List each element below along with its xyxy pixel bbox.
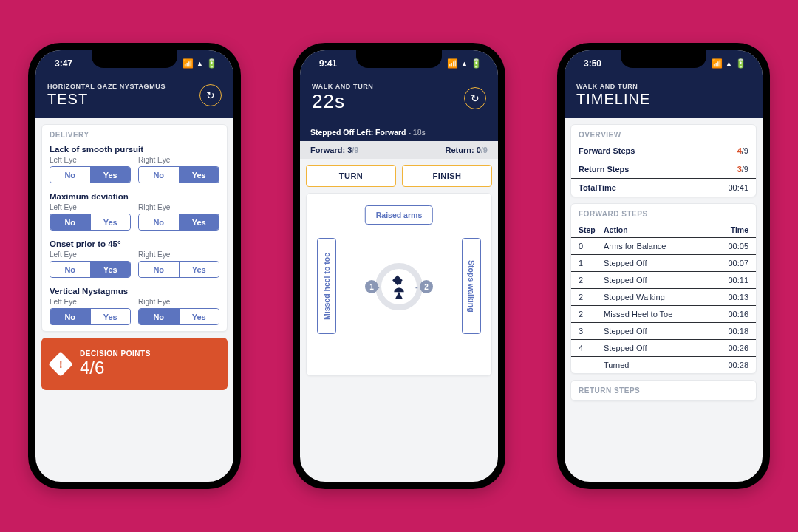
header-timer: 22s [312,90,373,113]
cell-step: 0 [579,242,604,250]
seg-no[interactable]: No [50,167,90,183]
seg-no[interactable]: No [139,214,179,230]
status-time: 3:50 [584,58,601,69]
seg-left-eye[interactable]: No Yes [50,308,131,325]
seg-no[interactable]: No [139,262,179,277]
seg-right-eye[interactable]: No Yes [138,166,219,183]
seg-no[interactable]: No [50,214,90,230]
total: /9 [742,165,748,174]
raised-arms-button[interactable]: Raised arms [365,205,433,225]
last-event-bar: Stepped Off Left: Forward - 18s [300,123,498,141]
forward-total: /9 [352,146,358,154]
wifi-icon: ▲ [197,60,203,67]
section-label-return-steps: RETURN STEPS [571,381,756,400]
battery-icon: 🔋 [206,58,217,69]
seg-no[interactable]: No [139,167,179,183]
seg-no[interactable]: No [139,309,179,324]
group-vertical-nystagmus: Vertical Nystagmus Left Eye No Yes Right… [42,284,227,331]
label: Return Steps [579,165,629,174]
wifi-icon: ▲ [461,60,468,67]
table-row: 3Stepped Off00:18 [571,323,756,340]
cell-action: Arms for Balance [604,242,715,250]
return-label: Return: [446,146,474,154]
cell-time: 00:26 [715,344,748,352]
phone-screen: 3:50 📶 ▲ 🔋 WALK AND TURN TIMELINE OVERVI… [565,50,763,482]
battery-icon: 🔋 [471,58,482,69]
seg-yes[interactable]: Yes [90,309,131,324]
seg-right-eye[interactable]: No Yes [138,261,219,278]
right-eye-label: Right Eye [138,203,219,211]
event-time: - 18s [408,128,425,137]
svg-point-0 [397,280,402,285]
label: Forward Steps [579,146,635,155]
status-time: 3:47 [55,58,72,69]
cell-action: Stepped Off [604,259,715,267]
battery-icon: 🔋 [735,58,746,69]
missed-heel-toe-button[interactable]: Missed heel to toe [317,238,336,334]
seg-yes[interactable]: Yes [90,167,131,183]
reset-button[interactable]: ↻ [464,87,486,109]
seg-left-eye[interactable]: No Yes [50,214,131,231]
decision-label: DECISION POINTS [80,349,151,358]
phone-walk-and-turn-test: 9:41 📶 ▲ 🔋 WALK AND TURN 22s ↻ Stepped O… [293,43,505,489]
signal-icon: 📶 [712,58,723,69]
cell-step: 1 [579,259,604,267]
group-title: Vertical Nystagmus [50,287,219,296]
table-row: 2Missed Heel to Toe00:16 [571,306,756,323]
cell-action: Stepped Off [604,327,715,335]
cell-step: 4 [579,344,604,352]
seg-yes[interactable]: Yes [179,167,219,183]
seg-yes[interactable]: Yes [179,214,219,230]
reset-button[interactable]: ↻ [200,84,222,106]
progress-bar: Forward: 3/9 Return: 0/9 [300,141,498,159]
cell-step: 2 [579,293,604,301]
group-max-deviation: Maximum deviation Left Eye No Yes Right … [42,189,227,236]
decision-points-card: ! DECISION POINTS 4/6 [41,338,228,390]
section-label-overview: OVERVIEW [571,125,756,142]
overview-row-time: TotalTime 00:41 [571,179,756,197]
content-area: DELIVERY Lack of smooth pursuit Left Eye… [35,118,233,482]
seg-yes[interactable]: Yes [179,309,219,324]
seg-left-eye[interactable]: No Yes [50,261,131,278]
return-total: /9 [481,146,488,154]
turn-button[interactable]: TURN [306,165,396,187]
signal-icon: 📶 [183,58,194,69]
section-label-delivery: DELIVERY [42,125,227,142]
label: TotalTime [579,183,616,192]
reset-icon: ↻ [471,92,480,104]
cell-step: 2 [579,276,604,284]
status-time: 9:41 [319,58,337,69]
seg-left-eye[interactable]: No Yes [50,166,131,183]
right-eye-label: Right Eye [138,298,219,306]
left-eye-label: Left Eye [50,250,131,259]
col-step: Step [579,225,604,234]
group-title: Lack of smooth pursuit [50,145,219,154]
finish-button[interactable]: FINISH [402,165,492,187]
overview-row-return: Return Steps 3/9 [571,160,756,179]
stops-walking-button[interactable]: Stops walking [462,238,481,334]
cell-time: 00:16 [715,310,748,318]
table-row: 2Stopped Walking00:13 [571,289,756,306]
seg-right-eye[interactable]: No Yes [138,308,219,325]
overview-card: OVERVIEW Forward Steps 4/9 Return Steps … [570,124,757,197]
figure-diagram: Raised arms Missed heel to toe Stops wal… [313,201,485,364]
forward-label: Forward: [310,146,345,154]
seg-right-eye[interactable]: No Yes [138,214,219,231]
section-label-forward-steps: FORWARD STEPS [571,204,756,221]
dash: - [415,282,418,291]
cell-time: 00:07 [715,259,748,267]
phone-screen: 3:47 📶 ▲ 🔋 HORIZONTAL GAZE NYSTAGMUS TES… [35,50,233,482]
right-eye-label: Right Eye [138,250,219,259]
cell-time: 00:18 [715,327,748,335]
seg-yes[interactable]: Yes [179,262,219,277]
app-header: WALK AND TURN 22s ↻ [300,77,498,123]
seg-no[interactable]: No [50,262,90,277]
seg-no[interactable]: No [50,309,90,324]
seg-yes[interactable]: Yes [90,262,131,277]
delivery-card: DELIVERY Lack of smooth pursuit Left Eye… [41,124,228,332]
seg-yes[interactable]: Yes [90,214,131,230]
left-eye-label: Left Eye [50,156,131,164]
step-chip-2[interactable]: 2 [420,280,433,293]
header-eyebrow: HORIZONTAL GAZE NYSTAGMUS [47,83,166,90]
status-icons: 📶 ▲ 🔋 [447,58,482,69]
